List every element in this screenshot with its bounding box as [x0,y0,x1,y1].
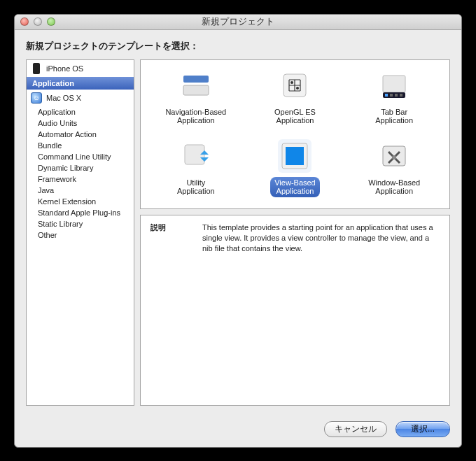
sidebar-section-label: iPhone OS [46,64,83,73]
split-pane: iPhone OS Application ☺ Mac OS X Applica… [26,59,450,406]
titlebar: 新規プロジェクト [15,15,461,30]
svg-point-23 [392,155,396,159]
svg-rect-14 [390,94,393,97]
sidebar-item[interactable]: Dynamic Library [27,162,134,173]
svg-rect-13 [385,94,388,97]
sidebar-item-ios-application[interactable]: Application [27,77,134,90]
template-item[interactable]: View-Based Application [253,139,337,197]
opengl-template-icon [278,69,312,102]
svg-rect-16 [400,94,402,97]
nav-template-icon [179,69,213,102]
template-item[interactable]: OpenGL ES Application [253,69,337,127]
sidebar-item[interactable]: Application [27,106,134,118]
cancel-button[interactable]: キャンセル [324,421,387,437]
svg-rect-0 [183,76,209,83]
svg-rect-1 [183,85,209,95]
sidebar-item[interactable]: Framework [27,173,134,185]
template-label: Navigation-Based Application [161,106,230,127]
sidebar-item[interactable]: Java [27,185,134,196]
window-title: 新規プロジェクト [15,15,461,28]
view-template-icon [278,139,312,173]
right-pane: Navigation-Based ApplicationOpenGL ES Ap… [140,59,450,406]
svg-rect-19 [286,147,304,165]
template-label: Tab Bar Application [371,106,417,127]
content-area: 新規プロジェクトのテンプレートを選択： iPhone OS Applicatio… [15,30,461,414]
sidebar-item[interactable]: Standard Apple Plug-ins [27,207,134,218]
sidebar-item[interactable]: Static Library [27,218,134,229]
svg-point-10 [296,87,299,90]
new-project-dialog: 新規プロジェクト 新規プロジェクトのテンプレートを選択： iPhone OS A… [14,14,462,448]
description-label: 説明 [150,222,181,397]
page-heading: 新規プロジェクトのテンプレートを選択： [26,40,450,52]
template-item[interactable]: Tab Bar Application [352,69,436,127]
sidebar-section-macosx[interactable]: ☺ Mac OS X [27,90,134,106]
choose-button[interactable]: 選択... [396,421,450,437]
description-box: 説明 This template provides a starting poi… [140,215,450,405]
template-grid: Navigation-Based ApplicationOpenGL ES Ap… [140,59,450,210]
finder-icon: ☺ [31,92,42,104]
svg-rect-15 [395,94,398,97]
sidebar-section-label: Mac OS X [46,94,81,102]
iphone-icon [31,63,42,74]
dialog-footer: キャンセル 選択... [15,414,461,447]
sidebar-item[interactable]: Audio Units [27,118,134,129]
template-item[interactable]: Navigation-Based Application [154,69,238,127]
sidebar-item[interactable]: Kernel Extension [27,196,134,207]
sidebar-item[interactable]: Command Line Utility [27,151,134,162]
window-template-icon [377,139,411,173]
template-label: Window-Based Application [364,177,424,197]
svg-point-9 [290,81,293,84]
template-label: Utility Application [173,177,219,197]
category-sidebar[interactable]: iPhone OS Application ☺ Mac OS X Applica… [26,59,134,406]
description-text: This template provides a starting point … [202,222,440,397]
sidebar-section-ios[interactable]: iPhone OS [27,60,134,77]
template-label: OpenGL ES Application [270,106,320,127]
template-item[interactable]: Window-Based Application [352,139,436,197]
utility-template-icon [179,139,213,173]
template-item[interactable]: Utility Application [154,139,238,197]
template-label: View-Based Application [270,177,320,197]
tabbar-template-icon [377,69,411,102]
sidebar-item[interactable]: Automator Action [27,129,134,140]
sidebar-item[interactable]: Bundle [27,140,134,151]
svg-rect-11 [383,76,405,92]
sidebar-item[interactable]: Other [27,229,134,241]
